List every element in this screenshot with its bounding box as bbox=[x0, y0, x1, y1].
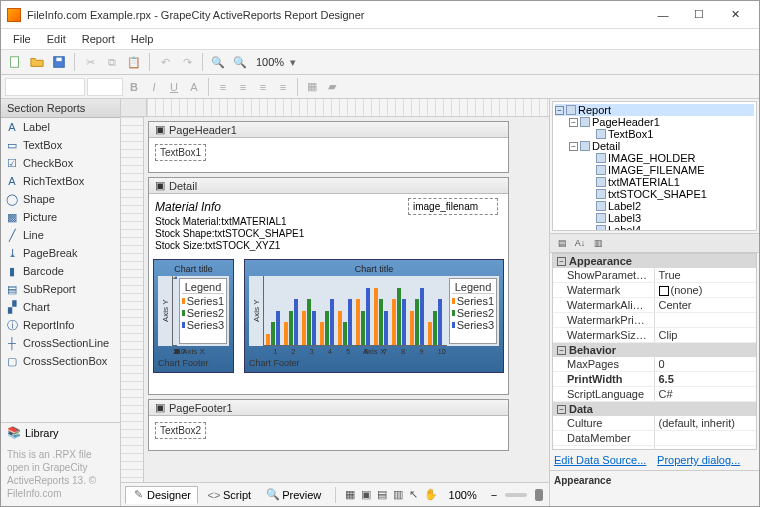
tool-crosssectionbox[interactable]: ▢CrossSectionBox bbox=[1, 352, 120, 370]
bold-icon[interactable]: B bbox=[125, 78, 143, 96]
stock-shape-line[interactable]: Stock Shape:txtSTOCK_SHAPE1 bbox=[155, 228, 502, 239]
menu-file[interactable]: File bbox=[5, 31, 39, 47]
italic-icon[interactable]: I bbox=[145, 78, 163, 96]
layout-icon4[interactable]: ▥ bbox=[392, 485, 404, 505]
svg-rect-0 bbox=[11, 57, 19, 68]
tree-label3[interactable]: Label3 bbox=[555, 212, 754, 224]
zoom-out-icon[interactable]: 🔍 bbox=[208, 52, 228, 72]
tool-shape[interactable]: ◯Shape bbox=[1, 190, 120, 208]
undo-icon[interactable]: ↶ bbox=[155, 52, 175, 72]
collapse-icon[interactable]: ▣ bbox=[155, 123, 165, 136]
footer-zoom[interactable]: 100% bbox=[443, 489, 483, 501]
underline-icon[interactable]: U bbox=[165, 78, 183, 96]
tool-richtextbox[interactable]: ARichTextBox bbox=[1, 172, 120, 190]
pointer-icon[interactable]: ↖ bbox=[408, 485, 419, 505]
menu-report[interactable]: Report bbox=[74, 31, 123, 47]
ruler-horizontal[interactable] bbox=[147, 99, 549, 116]
font-color-icon[interactable]: A bbox=[185, 78, 203, 96]
font-family-dropdown[interactable] bbox=[5, 78, 85, 96]
tree-detail[interactable]: −Detail bbox=[555, 140, 754, 152]
save-icon[interactable] bbox=[49, 52, 69, 72]
zoom-in-icon[interactable]: 🔍 bbox=[230, 52, 250, 72]
tab-designer[interactable]: ✎Designer bbox=[125, 486, 198, 504]
minimize-button[interactable]: — bbox=[645, 4, 681, 26]
align-justify-icon[interactable]: ≡ bbox=[274, 78, 292, 96]
tool-checkbox[interactable]: ☑CheckBox bbox=[1, 154, 120, 172]
tool-crosssectionline[interactable]: ┼CrossSectionLine bbox=[1, 334, 120, 352]
tab-script[interactable]: <>Script bbox=[202, 487, 257, 503]
chart-area[interactable]: Chart title Axis Y 12345678910 Legend Se… bbox=[153, 259, 234, 373]
stock-material-line[interactable]: Stock Material:txtMATERIAL1 bbox=[155, 216, 502, 227]
tool-picture[interactable]: ▩Picture bbox=[1, 208, 120, 226]
library-section[interactable]: 📚Library bbox=[1, 422, 120, 442]
tree-txtstockshape1[interactable]: txtSTOCK_SHAPE1 bbox=[555, 188, 754, 200]
window-title: FileInfo.com Example.rpx - GrapeCity Act… bbox=[27, 9, 645, 21]
prop-pages-icon[interactable]: ▥ bbox=[590, 235, 606, 251]
edit-datasource-link[interactable]: Edit Data Source... bbox=[554, 454, 646, 466]
border-icon[interactable]: ▦ bbox=[303, 78, 321, 96]
tool-reportinfo[interactable]: ⓘReportInfo bbox=[1, 316, 120, 334]
tree-label2[interactable]: Label2 bbox=[555, 200, 754, 212]
cat-behavior[interactable]: −Behavior bbox=[553, 343, 756, 357]
layout-icon3[interactable]: ▤ bbox=[376, 485, 388, 505]
tree-pageheader[interactable]: −PageHeader1 bbox=[555, 116, 754, 128]
zoom-value[interactable]: 100% bbox=[252, 56, 288, 68]
chart1-plot: 12345678910 bbox=[172, 276, 177, 346]
tool-line[interactable]: ╱Line bbox=[1, 226, 120, 244]
zoom-slider[interactable] bbox=[505, 493, 526, 497]
report-tree[interactable]: −Report −PageHeader1 TextBox1 −Detail IM… bbox=[552, 101, 757, 231]
menu-help[interactable]: Help bbox=[123, 31, 162, 47]
textbox2-field[interactable]: TextBox2 bbox=[155, 422, 206, 439]
align-left-icon[interactable]: ≡ bbox=[214, 78, 232, 96]
tree-image-filename[interactable]: IMAGE_FILENAME bbox=[555, 164, 754, 176]
collapse-icon[interactable]: ▣ bbox=[155, 179, 165, 192]
cut-icon[interactable]: ✂ bbox=[80, 52, 100, 72]
tool-chart[interactable]: ▞Chart bbox=[1, 298, 120, 316]
textbox1-field[interactable]: TextBox1 bbox=[155, 144, 206, 161]
tree-root[interactable]: −Report bbox=[555, 104, 754, 116]
categorized-icon[interactable]: ▤ bbox=[554, 235, 570, 251]
tool-subreport[interactable]: ▤SubReport bbox=[1, 280, 120, 298]
fill-color-icon[interactable]: ▰ bbox=[323, 78, 341, 96]
tool-label[interactable]: ALabel bbox=[1, 118, 120, 136]
tool-textbox[interactable]: ▭TextBox bbox=[1, 136, 120, 154]
section-pageheader[interactable]: ▣PageHeader1 TextBox1 bbox=[148, 121, 509, 173]
stock-size-line[interactable]: Stock Size:txtSTOCK_XYZ1 bbox=[155, 240, 502, 251]
cat-appearance[interactable]: −Appearance bbox=[553, 254, 756, 268]
canvas[interactable]: ▣PageHeader1 TextBox1 ▣Detail Material I… bbox=[144, 117, 549, 482]
menu-edit[interactable]: Edit bbox=[39, 31, 74, 47]
close-button[interactable]: ✕ bbox=[717, 4, 753, 26]
property-dialog-link[interactable]: Property dialog... bbox=[657, 454, 740, 466]
tool-pagebreak[interactable]: ⤓PageBreak bbox=[1, 244, 120, 262]
cat-data[interactable]: −Data bbox=[553, 402, 756, 416]
tab-preview[interactable]: 🔍Preview bbox=[261, 487, 327, 503]
font-size-dropdown[interactable] bbox=[87, 78, 123, 96]
chart-bar[interactable]: Chart title Axis Y 12345678910 Legend Se… bbox=[244, 259, 504, 373]
section-detail[interactable]: ▣Detail Material Info Stock Material:txt… bbox=[148, 177, 509, 395]
zoom-minus-icon[interactable]: − bbox=[487, 489, 501, 501]
align-right-icon[interactable]: ≡ bbox=[254, 78, 272, 96]
tree-image-holder[interactable]: IMAGE_HOLDER bbox=[555, 152, 754, 164]
alphabetical-icon[interactable]: A↓ bbox=[572, 235, 588, 251]
tree-txtmaterial1[interactable]: txtMATERIAL1 bbox=[555, 176, 754, 188]
property-grid[interactable]: −Appearance ShowParameterUITrue Watermar… bbox=[552, 253, 757, 450]
tool-barcode[interactable]: ▮Barcode bbox=[1, 262, 120, 280]
copy-icon[interactable]: ⧉ bbox=[102, 52, 122, 72]
ruler-vertical[interactable] bbox=[121, 117, 144, 482]
layout-icon1[interactable]: ▦ bbox=[344, 485, 356, 505]
tree-label4[interactable]: Label4 bbox=[555, 224, 754, 231]
maximize-button[interactable]: ☐ bbox=[681, 4, 717, 26]
paste-icon[interactable]: 📋 bbox=[124, 52, 144, 72]
chart-icon: ▞ bbox=[5, 300, 19, 314]
new-icon[interactable] bbox=[5, 52, 25, 72]
chart2-axis-y: Axis Y bbox=[249, 276, 263, 346]
align-center-icon[interactable]: ≡ bbox=[234, 78, 252, 96]
layout-icon2[interactable]: ▣ bbox=[360, 485, 372, 505]
section-pagefooter[interactable]: ▣PageFooter1 TextBox2 bbox=[148, 399, 509, 451]
tree-textbox1[interactable]: TextBox1 bbox=[555, 128, 754, 140]
collapse-icon[interactable]: ▣ bbox=[155, 401, 165, 414]
open-icon[interactable] bbox=[27, 52, 47, 72]
image-placeholder[interactable]: image_filenam bbox=[408, 198, 498, 215]
hand-icon[interactable]: ✋ bbox=[423, 485, 439, 505]
redo-icon[interactable]: ↷ bbox=[177, 52, 197, 72]
